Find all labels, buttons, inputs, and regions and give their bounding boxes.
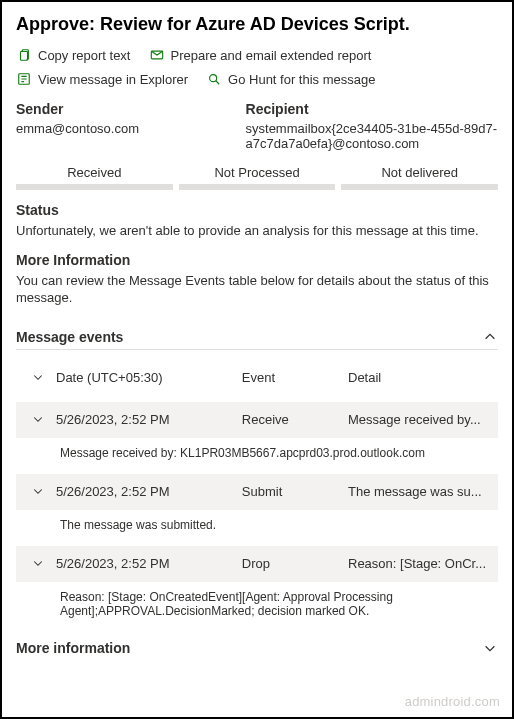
row-date: 5/26/2023, 2:52 PM (56, 412, 242, 427)
progress-notprocessed-label: Not Processed (179, 165, 336, 180)
more-information-label: More information (16, 640, 130, 656)
copy-report-action[interactable]: Copy report text (16, 47, 131, 63)
header-date[interactable]: Date (UTC+05:30) (56, 370, 242, 385)
chevron-down-icon[interactable] (31, 484, 45, 498)
row-detail-full: Reason: [Stage: OnCreatedEvent][Agent: A… (16, 582, 498, 626)
header-expand-col[interactable] (20, 370, 56, 386)
chevron-down-icon (482, 640, 498, 656)
progress-notprocessed-bar (179, 184, 336, 190)
mail-icon (149, 47, 165, 63)
moreinfo-heading: More Information (16, 252, 498, 268)
page-title: Approve: Review for Azure AD Devices Scr… (16, 14, 498, 35)
prepare-email-action[interactable]: Prepare and email extended report (149, 47, 372, 63)
explorer-icon (16, 71, 32, 87)
more-information-toggle[interactable]: More information (16, 640, 498, 656)
events-table: Date (UTC+05:30) Event Detail 5/26/2023,… (16, 360, 498, 626)
chevron-down-icon[interactable] (31, 412, 45, 426)
row-detail-full: Message received by: KL1PR03MB5667.apcpr… (16, 438, 498, 468)
progress-row: Received Not Processed Not delivered (16, 165, 498, 190)
progress-received-label: Received (16, 165, 173, 180)
copy-icon (16, 47, 32, 63)
action-row-1: Copy report text Prepare and email exten… (16, 47, 498, 63)
view-explorer-action[interactable]: View message in Explorer (16, 71, 188, 87)
header-event[interactable]: Event (242, 370, 348, 385)
row-detail: Reason: [Stage: OnCr... (348, 556, 494, 571)
sender-value: emma@contoso.com (16, 121, 246, 136)
recipient-label: Recipient (246, 101, 498, 117)
moreinfo-body: You can review the Message Events table … (16, 272, 498, 307)
table-row[interactable]: 5/26/2023, 2:52 PM Drop Reason: [Stage: … (16, 546, 498, 582)
row-event: Receive (242, 412, 348, 427)
go-hunt-action[interactable]: Go Hunt for this message (206, 71, 375, 87)
chevron-up-icon (482, 329, 498, 345)
chevron-down-icon[interactable] (31, 556, 45, 570)
view-explorer-label: View message in Explorer (38, 72, 188, 87)
header-detail[interactable]: Detail (348, 370, 494, 385)
recipient-col: Recipient systemmailbox{2ce34405-31be-45… (246, 101, 498, 151)
events-header-row: Date (UTC+05:30) Event Detail (16, 360, 498, 396)
table-row[interactable]: 5/26/2023, 2:52 PM Receive Message recei… (16, 402, 498, 438)
prepare-email-label: Prepare and email extended report (171, 48, 372, 63)
recipient-value: systemmailbox{2ce34405-31be-455d-89d7-a7… (246, 121, 498, 151)
row-date: 5/26/2023, 2:52 PM (56, 484, 242, 499)
watermark: admindroid.com (405, 694, 500, 709)
copy-report-label: Copy report text (38, 48, 131, 63)
row-detail: Message received by... (348, 412, 494, 427)
message-events-header[interactable]: Message events (16, 321, 498, 350)
chevron-down-icon (31, 370, 45, 384)
hunt-icon (206, 71, 222, 87)
meta-row: Sender emma@contoso.com Recipient system… (16, 101, 498, 151)
sender-label: Sender (16, 101, 246, 117)
go-hunt-label: Go Hunt for this message (228, 72, 375, 87)
status-body: Unfortunately, we aren't able to provide… (16, 222, 498, 240)
progress-received: Received (16, 165, 173, 190)
table-row[interactable]: 5/26/2023, 2:52 PM Submit The message wa… (16, 474, 498, 510)
progress-notprocessed: Not Processed (179, 165, 336, 190)
message-events-title: Message events (16, 329, 123, 345)
sender-col: Sender emma@contoso.com (16, 101, 246, 151)
row-event: Drop (242, 556, 348, 571)
action-row-2: View message in Explorer Go Hunt for thi… (16, 71, 498, 87)
progress-notdelivered-label: Not delivered (341, 165, 498, 180)
row-date: 5/26/2023, 2:52 PM (56, 556, 242, 571)
progress-received-bar (16, 184, 173, 190)
svg-point-3 (210, 75, 217, 82)
svg-rect-0 (21, 52, 28, 61)
row-detail-full: The message was submitted. (16, 510, 498, 540)
row-event: Submit (242, 484, 348, 499)
row-detail: The message was su... (348, 484, 494, 499)
status-heading: Status (16, 202, 498, 218)
progress-notdelivered: Not delivered (341, 165, 498, 190)
progress-notdelivered-bar (341, 184, 498, 190)
